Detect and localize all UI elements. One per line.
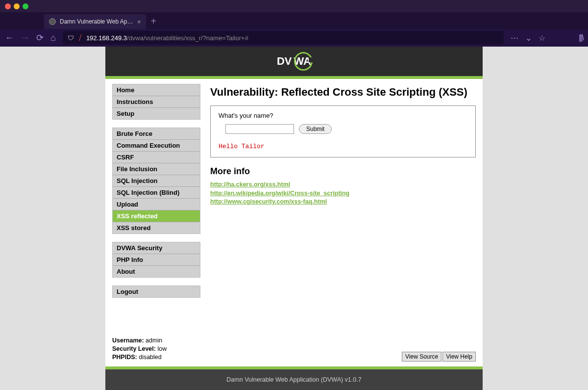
page-viewport: DV WA Home Instructions Setup Brute Forc…: [0, 47, 588, 390]
dvwa-logo: DV WA: [277, 52, 311, 71]
xss-form-box: What's your name? Submit Hello Tailor: [210, 105, 476, 157]
username-label: Username:: [112, 337, 144, 344]
back-button[interactable]: ←: [5, 33, 14, 43]
form-prompt: What's your name?: [219, 112, 467, 119]
main-content: Vulnerability: Reflected Cross Site Scri…: [210, 84, 476, 306]
info-link-2[interactable]: http://en.wikipedia.org/wiki/Cross-site_…: [210, 189, 476, 198]
favicon-icon: [49, 18, 56, 25]
phpids-value: disabled: [137, 354, 162, 361]
sidebar-item-logout[interactable]: Logout: [113, 286, 200, 297]
url-bar[interactable]: 🛡 ⧸ 192.168.249.3/dvwa/vulnerabilities/x…: [63, 31, 504, 45]
username-value: admin: [144, 337, 163, 344]
os-menubar: [0, 0, 588, 12]
window-zoom-icon[interactable]: [23, 3, 28, 9]
window-minimize-icon[interactable]: [14, 3, 20, 9]
sidebar-item-brute-force[interactable]: Brute Force: [113, 128, 200, 140]
sidebar-item-home[interactable]: Home: [113, 84, 200, 96]
seclevel-value: low: [156, 345, 167, 352]
sidebar-item-file-inclusion[interactable]: File Inclusion: [113, 163, 200, 175]
logo-ring-icon: [294, 52, 313, 71]
sidebar-item-upload[interactable]: Upload: [113, 199, 200, 210]
library-icon[interactable]: |||\: [579, 33, 583, 42]
url-path: /dvwa/vulnerabilities/xss_r/?name=Tailor…: [127, 34, 248, 42]
dvwa-app: DV WA Home Instructions Setup Brute Forc…: [105, 47, 483, 390]
dvwa-header: DV WA: [105, 47, 483, 76]
view-source-button[interactable]: View Source: [402, 352, 441, 362]
tab-close-icon[interactable]: ×: [137, 18, 141, 26]
sidebar-item-csrf[interactable]: CSRF: [113, 152, 200, 163]
info-link-1[interactable]: http://ha.ckers.org/xss.html: [210, 181, 476, 189]
sidebar-item-sql-injection[interactable]: SQL Injection: [113, 175, 200, 187]
name-input[interactable]: [225, 124, 294, 134]
menu-group-vulns: Brute Force Command Execution CSRF File …: [112, 128, 200, 234]
submit-button[interactable]: Submit: [299, 124, 332, 134]
reload-button[interactable]: ⟳: [36, 32, 44, 43]
sidebar: Home Instructions Setup Brute Force Comm…: [112, 84, 200, 306]
new-tab-button[interactable]: +: [146, 16, 162, 29]
url-host: 192.168.249.3: [86, 34, 127, 42]
sidebar-item-php-info[interactable]: PHP Info: [113, 254, 200, 266]
browser-tabbar: Damn Vulnerable Web App (DV × +: [0, 12, 588, 29]
shield-icon[interactable]: 🛡: [68, 34, 74, 42]
menu-group-logout: Logout: [112, 286, 200, 298]
sidebar-item-xss-stored[interactable]: XSS stored: [113, 222, 200, 234]
sidebar-item-sql-injection-blind[interactable]: SQL Injection (Blind): [113, 187, 200, 199]
sidebar-item-instructions[interactable]: Instructions: [113, 96, 200, 108]
sidebar-item-command-execution[interactable]: Command Execution: [113, 140, 200, 152]
browser-tab[interactable]: Damn Vulnerable Web App (DV ×: [44, 14, 146, 29]
forward-button[interactable]: →: [21, 33, 29, 43]
sidebar-item-dvwa-security[interactable]: DVWA Security: [113, 242, 200, 254]
bookmark-star-icon[interactable]: ☆: [539, 33, 545, 43]
view-help-button[interactable]: View Help: [442, 352, 476, 362]
sidebar-item-about[interactable]: About: [113, 266, 200, 277]
menu-group-main: Home Instructions Setup: [112, 84, 200, 120]
page-title: Vulnerability: Reflected Cross Site Scri…: [210, 86, 476, 99]
window-close-icon[interactable]: [5, 3, 11, 9]
more-icon[interactable]: ⋯: [511, 33, 518, 43]
menu-group-config: DVWA Security PHP Info About: [112, 242, 200, 278]
info-link-3[interactable]: http://www.cgisecurity.com/xss-faq.html: [210, 198, 476, 207]
logo-text-left: DV: [277, 55, 292, 68]
browser-navbar: ← → ⟳ ⌂ 🛡 ⧸ 192.168.249.3/dvwa/vulnerabi…: [0, 29, 588, 47]
xss-output: Hello Tailor: [219, 143, 467, 150]
sidebar-item-xss-reflected[interactable]: XSS reflected: [113, 210, 200, 222]
seclevel-label: Security Level:: [112, 345, 156, 352]
sidebar-item-setup[interactable]: Setup: [113, 108, 200, 119]
tab-title: Damn Vulnerable Web App (DV: [60, 18, 133, 25]
more-info-links: http://ha.ckers.org/xss.html http://en.w…: [210, 181, 476, 207]
dvwa-footer: Damn Vulnerable Web Application (DVWA) v…: [105, 369, 483, 390]
pocket-icon[interactable]: ⌄: [525, 33, 532, 43]
phpids-label: PHPIDS:: [112, 354, 137, 361]
more-info-heading: More info: [210, 166, 476, 177]
insecure-icon[interactable]: ⧸: [79, 34, 81, 42]
status-info: Username: admin Security Level: low PHPI…: [112, 337, 167, 362]
status-bar: Username: admin Security Level: low PHPI…: [105, 335, 483, 366]
home-button[interactable]: ⌂: [50, 33, 56, 43]
